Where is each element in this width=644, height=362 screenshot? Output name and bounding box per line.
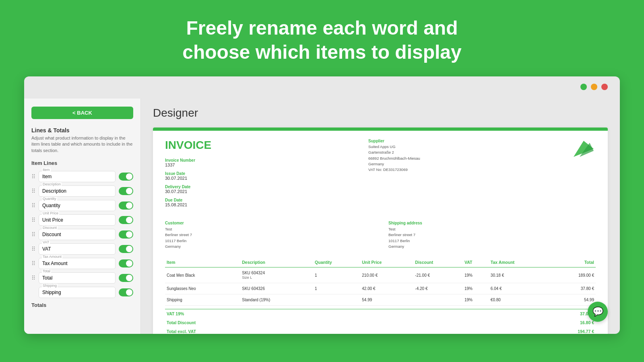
invoice-number-label: Invoice Number: [165, 158, 360, 162]
discount-total-label: Total Discount: [167, 320, 196, 325]
total-field-label: Total: [42, 269, 51, 273]
line-item-total: ⠿ Total: [31, 272, 133, 284]
drag-icon[interactable]: ⠿: [31, 231, 35, 238]
th-description: Description: [240, 257, 313, 267]
minimize-dot[interactable]: [580, 84, 587, 90]
supplier-details: Suited Apps UG Gartenstraße 2 66892 Bruc…: [368, 144, 564, 173]
vat-total-row: VAT 19% 37.02 €: [165, 309, 596, 318]
close-dot[interactable]: [601, 84, 608, 90]
invoice-left: INVOICE Invoice Number 1337 Issue Date 3…: [165, 139, 360, 211]
line-item-discount: ⠿ Discount: [31, 229, 133, 240]
row-quantity: 1: [313, 267, 360, 283]
th-unit-price: Unit Price: [360, 257, 413, 267]
table-body: Coat Men Black SKU 604324 Size L 1 210.0…: [165, 267, 596, 306]
item-field-label: Item: [42, 168, 51, 172]
excl-vat-row: Total excl. VAT 194.77 €: [165, 327, 596, 334]
quantity-field-label: Quantity: [42, 197, 57, 201]
drag-icon[interactable]: ⠿: [31, 188, 35, 194]
th-vat: VAT: [463, 257, 489, 267]
th-tax-amount: Tax Amount: [489, 257, 552, 267]
drag-icon[interactable]: ⠿: [31, 202, 35, 209]
shipping-field-label: Shipping: [42, 284, 58, 288]
drag-icon[interactable]: ⠿: [31, 275, 35, 281]
hero-line2: choose which items to display: [182, 41, 462, 63]
row-quantity: [313, 294, 360, 306]
item-input-wrap: Item: [39, 171, 116, 182]
window-controls: [580, 84, 608, 90]
row-discount: -4.20 €: [413, 283, 463, 294]
row-unit-price: 54.99: [360, 294, 413, 306]
issue-date-label: Issue Date: [165, 171, 360, 176]
row-total: 37.80 €: [552, 283, 596, 294]
drag-icon[interactable]: ⠿: [31, 173, 35, 180]
shipping-title: Shipping address: [388, 221, 596, 225]
row-total: 54.99: [552, 294, 596, 306]
supplier-title: Supplier: [368, 139, 564, 143]
discount-input-wrap: Discount: [39, 229, 116, 240]
customer-section: Customer Test Berliner street 7 10117 Be…: [165, 221, 596, 249]
total-input-wrap: Total: [39, 272, 116, 284]
row-discount: [413, 294, 463, 306]
vat-field-label: VAT: [42, 240, 50, 244]
drag-icon[interactable]: ⠿: [31, 246, 35, 252]
row-item: Coat Men Black: [165, 267, 240, 283]
delivery-date-value: 30.07.2021: [165, 189, 360, 194]
due-date-value: 15.08.2021: [165, 202, 360, 207]
hero-line1: Freely rename each word and: [186, 17, 458, 39]
tax-amount-field[interactable]: [39, 258, 116, 269]
chat-icon: 💬: [592, 306, 603, 317]
totals-section: VAT 19% 37.02 € Total Discount 16.80 € T…: [165, 309, 596, 334]
row-item: Shipping: [165, 294, 240, 306]
invoice-document: INVOICE Invoice Number 1337 Issue Date 3…: [153, 128, 608, 334]
description-field[interactable]: [39, 185, 116, 197]
quantity-field[interactable]: [39, 200, 116, 211]
discount-field[interactable]: [39, 229, 116, 240]
quantity-toggle[interactable]: [119, 202, 133, 210]
chat-button[interactable]: 💬: [588, 302, 608, 322]
unit-price-field[interactable]: [39, 214, 116, 226]
row-description: SKU 604326: [240, 283, 313, 294]
total-toggle[interactable]: [119, 274, 133, 282]
th-item: Item: [165, 257, 240, 267]
shipping-toggle[interactable]: [119, 288, 133, 296]
invoice-title: INVOICE: [165, 139, 360, 152]
tax-amount-toggle[interactable]: [119, 259, 133, 267]
maximize-dot[interactable]: [591, 84, 597, 90]
item-lines-title: Item Lines: [31, 160, 133, 166]
line-item-shipping: ⠿ Shipping: [31, 287, 133, 298]
delivery-date-label: Delivery Date: [165, 185, 360, 189]
invoice-right: Supplier Suited Apps UG Gartenstraße 2 6…: [368, 139, 564, 211]
unit-price-toggle[interactable]: [119, 216, 133, 224]
vat-field[interactable]: [39, 243, 116, 255]
discount-toggle[interactable]: [119, 230, 133, 239]
section-desc: Adjust what product information to displ…: [31, 135, 133, 154]
excl-vat-value: 194.77 €: [578, 329, 594, 334]
main-area: Designer INVOICE Invoice Number 1337 Iss…: [141, 99, 620, 334]
description-input-wrap: Description: [39, 185, 116, 197]
row-vat: 19%: [463, 294, 489, 306]
app-window: < BACK Lines & Totals Adjust what produc…: [24, 76, 620, 334]
vat-toggle[interactable]: [119, 245, 133, 253]
drag-icon[interactable]: ⠿: [31, 217, 35, 223]
shipping-address-block: Shipping address Test Berliner street 7 …: [388, 221, 596, 249]
shipping-input-wrap: Shipping: [39, 287, 116, 298]
shipping-details: Test Berliner street 7 10117 Berlin Germ…: [388, 226, 596, 249]
unit-price-field-label: Unit Price: [42, 211, 59, 215]
totals-section-title: Totals: [31, 302, 133, 308]
row-tax-amount: €0.80: [489, 294, 552, 306]
total-field[interactable]: [39, 272, 116, 284]
discount-total-value: 16.80 €: [580, 320, 594, 325]
row-discount: -21.00 €: [413, 267, 463, 283]
item-field[interactable]: [39, 171, 116, 182]
sidebar: < BACK Lines & Totals Adjust what produc…: [24, 99, 141, 334]
row-item: Sunglasses Neo: [165, 283, 240, 294]
invoice-top-bar: [153, 128, 608, 131]
description-field-label: Description: [42, 182, 62, 186]
description-toggle[interactable]: [119, 187, 133, 195]
vat-input-wrap: VAT: [39, 243, 116, 255]
shipping-field[interactable]: [39, 287, 116, 298]
back-button[interactable]: < BACK: [31, 107, 133, 119]
row-description: SKU 604324 Size L: [240, 267, 313, 283]
drag-icon[interactable]: ⠿: [31, 260, 35, 267]
item-toggle[interactable]: [119, 173, 133, 181]
